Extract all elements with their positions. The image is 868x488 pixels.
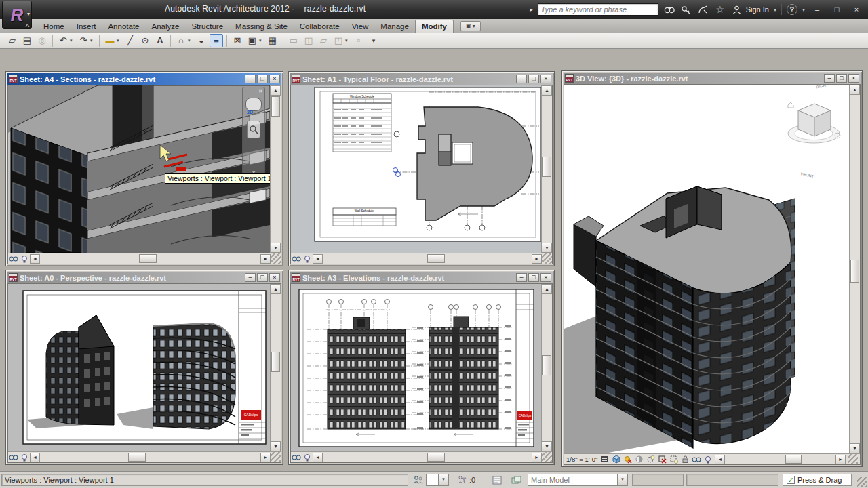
reveal-hidden-glasses-icon[interactable] (8, 253, 19, 264)
aligned-dimension-icon[interactable]: ╱ (123, 34, 137, 47)
resize-grip[interactable] (848, 454, 858, 464)
scroll-right-button[interactable]: ► (532, 453, 542, 462)
scroll-left-button[interactable]: ◄ (313, 254, 323, 264)
sign-in-label[interactable]: Sign In (746, 5, 769, 14)
view-scale-label[interactable]: 1/8" = 1'-0" (566, 455, 597, 463)
sync-with-central-icon[interactable]: ◎ (35, 34, 49, 47)
rendering-dialog-icon[interactable] (646, 455, 655, 464)
reveal-hidden-glasses-icon[interactable] (291, 452, 302, 462)
redo-caret-icon[interactable]: ▾ (90, 38, 96, 43)
sun-path-off-icon[interactable] (623, 455, 632, 464)
crop-view-off-icon[interactable] (657, 455, 667, 464)
resize-grip[interactable] (271, 253, 281, 264)
window-title-bar[interactable]: RVT Sheet: A1 - Typical Floor - razzle-d… (290, 73, 553, 85)
modify-tool-icon[interactable]: ◫ (302, 34, 315, 47)
window-maximize-button[interactable]: □ (257, 273, 268, 282)
vertical-scrollbar[interactable]: ▲ ▼ (270, 284, 281, 451)
worksets-dropdown[interactable]: ▼ (426, 474, 449, 486)
sign-in-user-icon[interactable] (731, 3, 743, 16)
modify-tool-icon[interactable]: ▫ (352, 34, 366, 47)
scroll-down-button[interactable]: ▼ (271, 441, 281, 451)
window-maximize-button[interactable]: □ (257, 75, 268, 83)
vertical-scrollbar[interactable]: ▲ ▼ (849, 85, 860, 453)
temporary-hide-lightbulb-icon[interactable] (302, 452, 313, 462)
worksets-icon[interactable] (412, 474, 425, 485)
close-hidden-windows-icon[interactable]: ⊠ (231, 34, 244, 47)
horizontal-scrollbar[interactable] (323, 453, 532, 462)
default-3d-view-icon[interactable]: ⌂ (174, 34, 188, 47)
resize-grip[interactable] (542, 253, 552, 264)
help-button[interactable]: ? (787, 4, 797, 15)
temporary-hide-lightbulb-icon[interactable] (19, 452, 30, 462)
scroll-right-button[interactable]: ► (532, 254, 542, 264)
visual-style-icon[interactable] (611, 455, 620, 464)
window-close-button[interactable]: × (848, 74, 859, 83)
vertical-scrollbar[interactable]: ▲ ▼ (270, 85, 281, 253)
reveal-hidden-glasses-icon[interactable] (692, 455, 701, 464)
scroll-down-button[interactable]: ▼ (850, 443, 860, 453)
modify-tool-caret-icon[interactable]: ▾ (345, 38, 351, 43)
press-drag-checkbox[interactable]: ✓ (787, 476, 795, 484)
tab-analyze[interactable]: Analyze (146, 20, 186, 33)
horizontal-scrollbar[interactable] (40, 453, 260, 462)
3d-view-caret-icon[interactable]: ▾ (188, 38, 193, 43)
qat-customize-icon[interactable]: ▾ (367, 34, 380, 47)
window-maximize-button[interactable]: □ (528, 75, 539, 83)
scroll-left-button[interactable]: ◄ (715, 455, 725, 464)
reveal-hidden-glasses-icon[interactable] (291, 253, 302, 264)
infocenter-expand-icon[interactable]: ▸ (530, 6, 533, 13)
switch-windows-caret-icon[interactable]: ▾ (259, 38, 264, 43)
close-button[interactable]: × (849, 3, 864, 16)
scroll-up-button[interactable]: ▲ (271, 85, 281, 96)
design-options-icon[interactable] (510, 474, 522, 485)
window-minimize-button[interactable]: – (245, 75, 256, 83)
resize-grip[interactable] (542, 452, 552, 462)
scroll-right-button[interactable]: ► (835, 455, 846, 464)
text-icon[interactable]: A (153, 34, 167, 47)
drawing-area-a3[interactable]: CADclips ▲ ▼ (290, 283, 553, 463)
window-title-bar[interactable]: RVT Sheet: A3 - Elevations - razzle-dazz… (290, 272, 553, 283)
scrollbar-thumb[interactable] (785, 455, 802, 464)
window-close-button[interactable]: × (269, 75, 280, 83)
subscription-key-icon[interactable] (680, 3, 692, 16)
window-close-button[interactable]: × (540, 273, 551, 282)
editable-only-icon[interactable] (491, 474, 503, 485)
search-input[interactable] (538, 3, 658, 16)
application-menu-button[interactable]: R ▾ A (2, 1, 32, 29)
window-minimize-button[interactable]: – (245, 273, 256, 282)
drawing-area-3d[interactable]: FRONT RIGHT ▲ ▼ 1/8" = 1'-0" (564, 84, 861, 465)
tag-by-category-icon[interactable]: ⊙ (138, 34, 152, 47)
sign-in-caret-icon[interactable]: ▾ (774, 7, 776, 13)
design-options-dropdown[interactable]: Main Model ▼ (528, 474, 628, 486)
scroll-up-button[interactable]: ▲ (271, 284, 281, 294)
undo-icon[interactable]: ↶ (56, 34, 70, 47)
scrollbar-thumb[interactable] (542, 157, 551, 177)
window-minimize-button[interactable]: – (516, 75, 527, 83)
scroll-left-button[interactable]: ◄ (30, 254, 40, 264)
filter-icon[interactable] (456, 474, 468, 485)
scroll-down-button[interactable]: ▼ (542, 441, 552, 451)
dropdown-arrow-icon[interactable]: ▼ (617, 474, 627, 485)
section-icon[interactable]: ◒ (195, 34, 208, 47)
search-binoculars-icon[interactable] (663, 3, 675, 16)
tab-view[interactable]: View (346, 20, 375, 33)
steering-wheel-button[interactable]: 2D (245, 98, 262, 111)
help-caret-icon[interactable]: ▾ (802, 7, 805, 13)
window-minimize-button[interactable]: – (824, 74, 835, 83)
tab-massing-site[interactable]: Massing & Site (229, 20, 294, 33)
scroll-up-button[interactable]: ▲ (542, 284, 552, 294)
scrollbar-thumb[interactable] (271, 352, 280, 372)
window-resize-grip[interactable] (857, 477, 867, 487)
switch-windows-icon[interactable]: ▣ (245, 34, 259, 47)
undo-caret-icon[interactable]: ▾ (70, 38, 75, 43)
window-close-button[interactable]: × (269, 273, 280, 282)
minimize-button[interactable]: – (810, 3, 825, 16)
tile-windows-icon[interactable]: ▦ (266, 34, 279, 47)
scrollbar-thumb[interactable] (128, 453, 146, 462)
scroll-left-button[interactable]: ◄ (313, 453, 323, 462)
horizontal-scrollbar[interactable] (323, 254, 532, 264)
tab-annotate[interactable]: Annotate (102, 20, 145, 33)
scrollbar-thumb[interactable] (139, 254, 157, 263)
save-icon[interactable]: ▤ (20, 34, 34, 47)
modify-tool-icon[interactable]: ◰ (332, 34, 345, 47)
